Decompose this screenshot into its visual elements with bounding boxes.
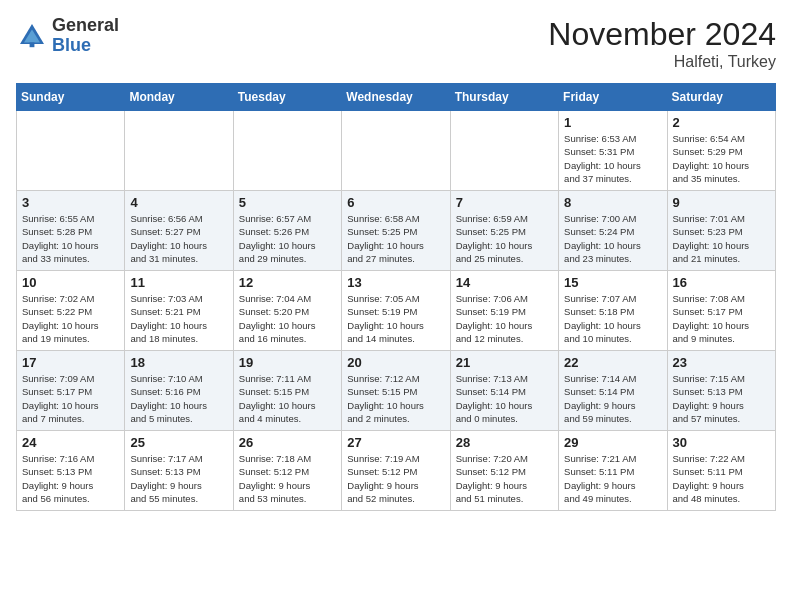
calendar-cell: 11Sunrise: 7:03 AM Sunset: 5:21 PM Dayli… bbox=[125, 271, 233, 351]
day-info: Sunrise: 7:22 AM Sunset: 5:11 PM Dayligh… bbox=[673, 452, 770, 505]
day-info: Sunrise: 7:20 AM Sunset: 5:12 PM Dayligh… bbox=[456, 452, 553, 505]
weekday-header: Monday bbox=[125, 84, 233, 111]
day-number: 11 bbox=[130, 275, 227, 290]
day-number: 13 bbox=[347, 275, 444, 290]
calendar-cell: 26Sunrise: 7:18 AM Sunset: 5:12 PM Dayli… bbox=[233, 431, 341, 511]
calendar-cell: 18Sunrise: 7:10 AM Sunset: 5:16 PM Dayli… bbox=[125, 351, 233, 431]
calendar-cell: 30Sunrise: 7:22 AM Sunset: 5:11 PM Dayli… bbox=[667, 431, 775, 511]
day-number: 3 bbox=[22, 195, 119, 210]
calendar-cell: 23Sunrise: 7:15 AM Sunset: 5:13 PM Dayli… bbox=[667, 351, 775, 431]
logo-text: General Blue bbox=[52, 16, 119, 56]
calendar-cell: 27Sunrise: 7:19 AM Sunset: 5:12 PM Dayli… bbox=[342, 431, 450, 511]
calendar-cell: 10Sunrise: 7:02 AM Sunset: 5:22 PM Dayli… bbox=[17, 271, 125, 351]
day-info: Sunrise: 7:17 AM Sunset: 5:13 PM Dayligh… bbox=[130, 452, 227, 505]
svg-rect-2 bbox=[30, 42, 35, 47]
day-info: Sunrise: 7:21 AM Sunset: 5:11 PM Dayligh… bbox=[564, 452, 661, 505]
day-number: 22 bbox=[564, 355, 661, 370]
calendar-cell bbox=[233, 111, 341, 191]
calendar-cell: 16Sunrise: 7:08 AM Sunset: 5:17 PM Dayli… bbox=[667, 271, 775, 351]
day-number: 12 bbox=[239, 275, 336, 290]
day-number: 10 bbox=[22, 275, 119, 290]
day-info: Sunrise: 7:02 AM Sunset: 5:22 PM Dayligh… bbox=[22, 292, 119, 345]
day-number: 18 bbox=[130, 355, 227, 370]
calendar-cell: 15Sunrise: 7:07 AM Sunset: 5:18 PM Dayli… bbox=[559, 271, 667, 351]
day-info: Sunrise: 6:54 AM Sunset: 5:29 PM Dayligh… bbox=[673, 132, 770, 185]
day-number: 26 bbox=[239, 435, 336, 450]
day-info: Sunrise: 7:18 AM Sunset: 5:12 PM Dayligh… bbox=[239, 452, 336, 505]
calendar-cell: 2Sunrise: 6:54 AM Sunset: 5:29 PM Daylig… bbox=[667, 111, 775, 191]
day-info: Sunrise: 7:00 AM Sunset: 5:24 PM Dayligh… bbox=[564, 212, 661, 265]
calendar-cell: 13Sunrise: 7:05 AM Sunset: 5:19 PM Dayli… bbox=[342, 271, 450, 351]
calendar-cell: 9Sunrise: 7:01 AM Sunset: 5:23 PM Daylig… bbox=[667, 191, 775, 271]
calendar-cell: 24Sunrise: 7:16 AM Sunset: 5:13 PM Dayli… bbox=[17, 431, 125, 511]
day-info: Sunrise: 6:59 AM Sunset: 5:25 PM Dayligh… bbox=[456, 212, 553, 265]
calendar-cell: 1Sunrise: 6:53 AM Sunset: 5:31 PM Daylig… bbox=[559, 111, 667, 191]
day-info: Sunrise: 7:16 AM Sunset: 5:13 PM Dayligh… bbox=[22, 452, 119, 505]
day-number: 15 bbox=[564, 275, 661, 290]
weekday-header: Sunday bbox=[17, 84, 125, 111]
calendar-cell: 25Sunrise: 7:17 AM Sunset: 5:13 PM Dayli… bbox=[125, 431, 233, 511]
day-info: Sunrise: 7:13 AM Sunset: 5:14 PM Dayligh… bbox=[456, 372, 553, 425]
day-number: 7 bbox=[456, 195, 553, 210]
day-info: Sunrise: 7:03 AM Sunset: 5:21 PM Dayligh… bbox=[130, 292, 227, 345]
day-info: Sunrise: 7:06 AM Sunset: 5:19 PM Dayligh… bbox=[456, 292, 553, 345]
calendar-table: SundayMondayTuesdayWednesdayThursdayFrid… bbox=[16, 83, 776, 511]
day-number: 23 bbox=[673, 355, 770, 370]
month-title: November 2024 bbox=[548, 16, 776, 53]
day-info: Sunrise: 7:08 AM Sunset: 5:17 PM Dayligh… bbox=[673, 292, 770, 345]
day-info: Sunrise: 7:09 AM Sunset: 5:17 PM Dayligh… bbox=[22, 372, 119, 425]
location: Halfeti, Turkey bbox=[548, 53, 776, 71]
day-info: Sunrise: 6:56 AM Sunset: 5:27 PM Dayligh… bbox=[130, 212, 227, 265]
calendar-cell bbox=[450, 111, 558, 191]
calendar-cell: 20Sunrise: 7:12 AM Sunset: 5:15 PM Dayli… bbox=[342, 351, 450, 431]
calendar-cell: 6Sunrise: 6:58 AM Sunset: 5:25 PM Daylig… bbox=[342, 191, 450, 271]
day-info: Sunrise: 7:01 AM Sunset: 5:23 PM Dayligh… bbox=[673, 212, 770, 265]
day-number: 14 bbox=[456, 275, 553, 290]
day-info: Sunrise: 7:14 AM Sunset: 5:14 PM Dayligh… bbox=[564, 372, 661, 425]
day-info: Sunrise: 7:05 AM Sunset: 5:19 PM Dayligh… bbox=[347, 292, 444, 345]
calendar-cell: 28Sunrise: 7:20 AM Sunset: 5:12 PM Dayli… bbox=[450, 431, 558, 511]
day-info: Sunrise: 7:11 AM Sunset: 5:15 PM Dayligh… bbox=[239, 372, 336, 425]
calendar-cell: 5Sunrise: 6:57 AM Sunset: 5:26 PM Daylig… bbox=[233, 191, 341, 271]
day-number: 21 bbox=[456, 355, 553, 370]
calendar-cell: 4Sunrise: 6:56 AM Sunset: 5:27 PM Daylig… bbox=[125, 191, 233, 271]
day-info: Sunrise: 7:15 AM Sunset: 5:13 PM Dayligh… bbox=[673, 372, 770, 425]
day-number: 16 bbox=[673, 275, 770, 290]
day-number: 19 bbox=[239, 355, 336, 370]
day-number: 6 bbox=[347, 195, 444, 210]
day-info: Sunrise: 7:12 AM Sunset: 5:15 PM Dayligh… bbox=[347, 372, 444, 425]
day-number: 5 bbox=[239, 195, 336, 210]
weekday-header: Thursday bbox=[450, 84, 558, 111]
calendar-cell: 7Sunrise: 6:59 AM Sunset: 5:25 PM Daylig… bbox=[450, 191, 558, 271]
day-number: 17 bbox=[22, 355, 119, 370]
calendar-cell: 14Sunrise: 7:06 AM Sunset: 5:19 PM Dayli… bbox=[450, 271, 558, 351]
day-number: 9 bbox=[673, 195, 770, 210]
day-info: Sunrise: 7:04 AM Sunset: 5:20 PM Dayligh… bbox=[239, 292, 336, 345]
title-block: November 2024 Halfeti, Turkey bbox=[548, 16, 776, 71]
logo-general: General bbox=[52, 16, 119, 36]
day-info: Sunrise: 6:57 AM Sunset: 5:26 PM Dayligh… bbox=[239, 212, 336, 265]
page-header: General Blue November 2024 Halfeti, Turk… bbox=[16, 16, 776, 71]
day-number: 28 bbox=[456, 435, 553, 450]
day-number: 4 bbox=[130, 195, 227, 210]
day-number: 24 bbox=[22, 435, 119, 450]
day-number: 25 bbox=[130, 435, 227, 450]
logo: General Blue bbox=[16, 16, 119, 56]
day-number: 1 bbox=[564, 115, 661, 130]
logo-icon bbox=[16, 20, 48, 52]
calendar-cell: 22Sunrise: 7:14 AM Sunset: 5:14 PM Dayli… bbox=[559, 351, 667, 431]
day-number: 29 bbox=[564, 435, 661, 450]
weekday-header: Wednesday bbox=[342, 84, 450, 111]
day-info: Sunrise: 6:55 AM Sunset: 5:28 PM Dayligh… bbox=[22, 212, 119, 265]
day-info: Sunrise: 6:53 AM Sunset: 5:31 PM Dayligh… bbox=[564, 132, 661, 185]
calendar-cell bbox=[342, 111, 450, 191]
calendar-cell: 12Sunrise: 7:04 AM Sunset: 5:20 PM Dayli… bbox=[233, 271, 341, 351]
calendar-cell: 17Sunrise: 7:09 AM Sunset: 5:17 PM Dayli… bbox=[17, 351, 125, 431]
day-number: 20 bbox=[347, 355, 444, 370]
calendar-cell bbox=[125, 111, 233, 191]
day-number: 8 bbox=[564, 195, 661, 210]
calendar-cell: 8Sunrise: 7:00 AM Sunset: 5:24 PM Daylig… bbox=[559, 191, 667, 271]
logo-blue: Blue bbox=[52, 36, 119, 56]
weekday-header: Saturday bbox=[667, 84, 775, 111]
weekday-header: Tuesday bbox=[233, 84, 341, 111]
